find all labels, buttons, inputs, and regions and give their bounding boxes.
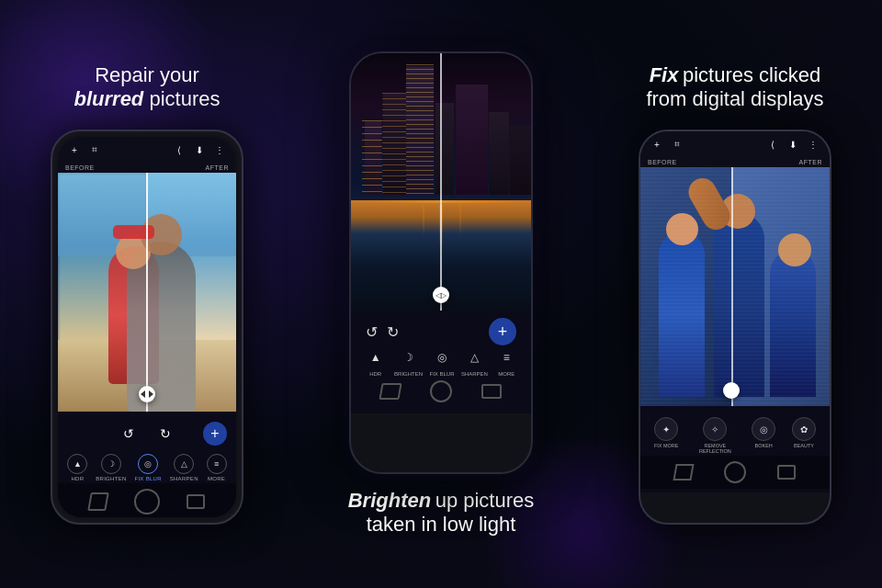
right-divider-line <box>731 167 733 406</box>
player1-head <box>666 213 698 245</box>
player-1 <box>659 232 705 397</box>
right-toolbar: + ⌗ ⟨ ⬇ ⋮ <box>640 131 830 157</box>
right-before-after: BEFORE AFTER <box>640 157 830 167</box>
undo-button[interactable]: ↺ <box>116 421 141 447</box>
right-nav-home[interactable] <box>724 461 746 483</box>
right-section: Fix pictures clicked from digital displa… <box>597 63 873 525</box>
center-fixblur-icon: ◎ <box>430 345 454 369</box>
download-icon[interactable]: ⬇ <box>192 142 207 157</box>
center-heading: Brighten up pictures <box>348 489 535 513</box>
building-7 <box>510 126 531 195</box>
right-nav-back[interactable] <box>673 464 694 481</box>
more-label: MORE <box>208 476 225 481</box>
right-phone: + ⌗ ⟨ ⬇ ⋮ BEFORE AFTER <box>639 130 831 525</box>
divider-handle[interactable] <box>139 386 155 402</box>
nav-home[interactable] <box>134 489 160 514</box>
toolbar-right: ⟨ ⬇ ⋮ <box>172 142 227 157</box>
crop-icon[interactable]: ⌗ <box>87 142 102 157</box>
center-nav-back[interactable] <box>379 383 401 400</box>
right-crop-icon[interactable]: ⌗ <box>670 137 684 152</box>
remove-reflection-tool[interactable]: ✧ REMOVE REFLECTION <box>695 417 735 454</box>
center-fixblur[interactable]: ◎ FIX BLUR <box>429 345 454 377</box>
hdr-tool[interactable]: ▲ HDR <box>67 454 87 481</box>
center-nav-recent[interactable] <box>481 384 502 399</box>
left-heading-text3: pictures <box>149 87 220 110</box>
reflection-left <box>423 203 424 235</box>
soccer-photo-area <box>640 167 830 406</box>
center-section: ◁▷ ↺ ↻ + ▲ HDR ☽ <box>285 51 597 537</box>
beauty-icon: ✿ <box>792 417 816 441</box>
right-nav-recent[interactable] <box>777 465 796 480</box>
hdr-label: HDR <box>71 476 84 481</box>
bokeh-tool[interactable]: ◎ BOKEH <box>752 417 775 454</box>
right-toolbar-right: ⟨ ⬇ ⋮ <box>765 137 820 152</box>
before-label: BEFORE <box>65 164 95 171</box>
nav-recent[interactable] <box>187 494 205 509</box>
center-nav-home[interactable] <box>430 380 452 402</box>
fix-more-tool[interactable]: ✦ FIX MORE <box>654 417 679 454</box>
more-icon[interactable]: ⋮ <box>212 142 227 157</box>
building-2 <box>383 94 406 195</box>
center-heading-line2: taken in low light <box>348 513 535 537</box>
right-heading-rest: pictures clicked <box>683 63 820 86</box>
player-2 <box>714 213 764 397</box>
sharpen-label: SHARPEN <box>170 476 198 481</box>
center-controls: ↺ ↻ + ▲ HDR ☽ BRIGHTEN ◎ <box>351 311 531 413</box>
left-phone-bottom: ↺ ↻ + ▲ HDR ☽ B <box>58 412 236 517</box>
center-action-button[interactable]: + <box>489 318 516 345</box>
left-heading: Repair your blurred pictures <box>74 63 220 111</box>
right-plus-icon[interactable]: + <box>650 137 664 152</box>
right-share-icon[interactable]: ⟨ <box>765 137 780 152</box>
center-tools-row: ▲ HDR ☽ BRIGHTEN ◎ FIX BLUR △ SHARPEN <box>356 345 526 377</box>
fixblur-tool[interactable]: ◎ FIX BLUR <box>134 454 161 481</box>
center-sharpen-icon: △ <box>462 345 486 369</box>
family-photo <box>58 173 236 412</box>
bokeh-label: BOKEH <box>755 443 773 448</box>
center-divider-line <box>440 53 442 311</box>
right-heading: Fix pictures clicked from digital displa… <box>646 63 823 111</box>
center-hdr[interactable]: ▲ HDR <box>364 345 388 377</box>
fixblur-label: FIX BLUR <box>134 476 161 481</box>
left-photo-area <box>58 173 236 412</box>
left-heading-line2: blurred pictures <box>74 87 220 111</box>
sharpen-tool[interactable]: △ SHARPEN <box>170 454 198 481</box>
left-section: Repair your blurred pictures + ⌗ ⟨ ⬇ <box>9 63 285 525</box>
hdr-icon: ▲ <box>67 454 87 474</box>
before-after-labels: BEFORE AFTER <box>58 163 236 173</box>
right-heading-fix: Fix <box>650 63 679 86</box>
plus-icon[interactable]: + <box>67 142 82 157</box>
right-before-label: BEFORE <box>648 159 677 165</box>
left-nav-bar <box>58 483 236 517</box>
center-text: Brighten up pictures taken in low light <box>348 489 535 537</box>
right-heading-line2: from digital displays <box>646 87 823 111</box>
more-tool[interactable]: ≡ MORE <box>207 454 227 481</box>
remove-reflection-icon: ✧ <box>703 417 727 441</box>
right-more-icon[interactable]: ⋮ <box>806 137 820 152</box>
building-3 <box>406 66 434 195</box>
center-divider-handle[interactable]: ◁▷ <box>433 287 449 303</box>
center-undo[interactable]: ↺ <box>366 323 378 341</box>
brighten-icon: ☽ <box>101 454 121 474</box>
share-icon[interactable]: ⟨ <box>172 142 187 157</box>
brighten-label: BRIGHTEN <box>96 476 126 481</box>
center-more[interactable]: ≡ MORE <box>494 345 518 377</box>
center-brighten[interactable]: ☽ BRIGHTEN <box>394 345 423 377</box>
action-button[interactable]: + <box>203 422 227 446</box>
right-toolbar-left: + ⌗ <box>650 137 684 152</box>
left-heading-text1: Repair your <box>95 63 199 86</box>
building-5 <box>456 85 488 195</box>
redo-button[interactable]: ↻ <box>153 421 178 447</box>
center-heading-bold: Brighten <box>348 489 431 512</box>
center-redo[interactable]: ↻ <box>387 323 399 341</box>
center-more-icon: ≡ <box>494 345 518 369</box>
undo-redo-row: ↺ ↻ + <box>58 417 236 450</box>
left-heading-bold: blurred <box>74 87 144 110</box>
center-sharpen[interactable]: △ SHARPEN <box>461 345 488 377</box>
beauty-tool[interactable]: ✿ BEAUTY <box>792 417 816 454</box>
nav-back[interactable] <box>88 492 110 511</box>
right-divider-handle[interactable] <box>723 382 740 399</box>
building-4 <box>435 103 454 195</box>
right-download-icon[interactable]: ⬇ <box>786 137 800 152</box>
center-undo-redo: ↺ ↻ <box>366 323 399 341</box>
brighten-tool[interactable]: ☽ BRIGHTEN <box>96 454 126 481</box>
